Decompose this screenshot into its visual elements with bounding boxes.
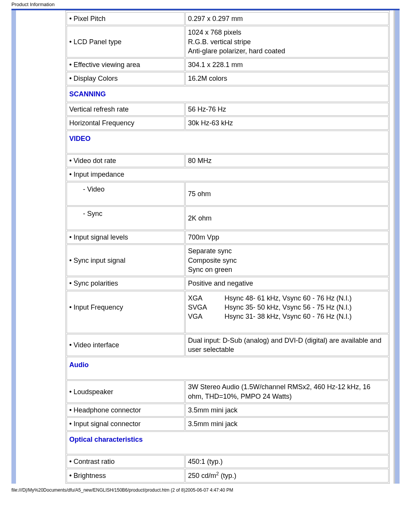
brightness-prefix: 250 cd/m: [188, 472, 216, 479]
spec-value-line: Anti-glare polarizer, hard coated: [188, 47, 285, 55]
spec-value: 700m Vpp: [185, 231, 389, 244]
spec-value: 80 MHz: [185, 154, 389, 167]
spec-label: • Contrast ratio: [67, 455, 185, 468]
spec-value: Separate sync Composite sync Sync on gre…: [185, 244, 389, 276]
spec-value: 304.1 x 228.1 mm: [185, 58, 389, 71]
table-row: • Input signal levels 700m Vpp: [67, 231, 389, 244]
freq-desc: Hsync 48- 61 kHz, Vsync 60 - 76 Hz (N.I.…: [225, 294, 352, 303]
table-row: Horizontal Frequency 30k Hz-63 kHz: [67, 117, 389, 129]
brightness-sup: 2: [216, 471, 219, 476]
brightness-suffix: (typ.): [219, 472, 236, 479]
spec-label: • Input Frequency: [67, 291, 185, 333]
table-row: • Video interface Dual input: D-Sub (ana…: [67, 334, 389, 356]
table-row: • Input impedance: [67, 168, 389, 181]
spec-label: • Loudspeaker: [67, 380, 185, 403]
spec-value: 75 ohm: [185, 182, 389, 206]
table-row: • Video dot rate 80 MHz: [67, 154, 389, 167]
table-row: • Contrast ratio 450:1 (typ.): [67, 455, 389, 468]
section-header-row: SCANNING: [67, 86, 389, 102]
freq-desc: Hsync 31- 38 kHz, Vsync 60 - 76 Hz (N.I.…: [225, 312, 352, 321]
table-row: • Sync polarities Positive and negative: [67, 277, 389, 290]
spec-label: - Sync: [67, 206, 185, 230]
spec-value-line: Separate sync: [188, 247, 232, 255]
spec-value: 16.2M colors: [185, 72, 389, 85]
spec-label: • Headphone connector: [67, 404, 185, 417]
spec-table: • Pixel Pitch 0.297 x 0.297 mm • LCD Pan…: [65, 10, 390, 484]
spec-label: • Video interface: [67, 334, 185, 356]
spec-value: 2K ohm: [185, 206, 389, 230]
spec-label: • Effective viewing area: [67, 58, 185, 71]
spec-value-line: 1024 x 768 pixels: [188, 29, 241, 36]
section-header-optical: Optical characteristics: [67, 431, 389, 454]
spec-value: Positive and negative: [185, 277, 389, 290]
page-title: Product Information: [0, 0, 411, 9]
spec-label: • Input signal levels: [67, 231, 185, 244]
section-header-video: VIDEO: [67, 131, 389, 153]
content-area: • Pixel Pitch 0.297 x 0.297 mm • LCD Pan…: [16, 10, 395, 484]
spec-label: • LCD Panel type: [67, 26, 185, 58]
table-row: • Pixel Pitch 0.297 x 0.297 mm: [67, 12, 389, 25]
table-row: - Video 75 ohm: [67, 182, 389, 206]
spec-label: • Input signal connector: [67, 417, 185, 430]
spec-value: 450:1 (typ.): [185, 455, 389, 468]
right-edge-decoration: [393, 10, 395, 484]
freq-row: SVGA Hsync 35- 50 kHz, Vsync 56 - 75 Hz …: [188, 303, 386, 312]
spec-value: 3.5mm mini jack: [185, 417, 389, 430]
spec-value: 0.297 x 0.297 mm: [185, 12, 389, 25]
section-header-row: Audio: [67, 357, 389, 380]
spec-value: 3W Stereo Audio (1.5W/channel RMSx2, 460…: [185, 380, 389, 403]
section-header-row: Optical characteristics: [67, 431, 389, 454]
spec-label: • Input impedance: [67, 168, 389, 181]
outer-frame: • Pixel Pitch 0.297 x 0.297 mm • LCD Pan…: [11, 9, 400, 484]
table-row: • LCD Panel type 1024 x 768 pixels R.G.B…: [67, 26, 389, 58]
table-row: • Input Frequency XGA Hsync 48- 61 kHz, …: [67, 291, 389, 333]
spec-label: • Sync polarities: [67, 277, 185, 290]
spec-value: XGA Hsync 48- 61 kHz, Vsync 60 - 76 Hz (…: [185, 291, 389, 333]
freq-row: VGA Hsync 31- 38 kHz, Vsync 60 - 76 Hz (…: [188, 312, 386, 321]
freq-mode: XGA: [188, 294, 225, 303]
spec-value: 30k Hz-63 kHz: [185, 117, 389, 129]
spec-label: - Video: [67, 182, 185, 206]
spec-label: • Sync input signal: [67, 244, 185, 276]
spec-value: 56 Hz-76 Hz: [185, 103, 389, 116]
freq-mode: SVGA: [188, 303, 225, 312]
section-header-audio: Audio: [67, 357, 389, 380]
table-row: • Brightness 250 cd/m2 (typ.): [67, 469, 389, 482]
freq-desc: Hsync 35- 50 kHz, Vsync 56 - 75 Hz (N.I.…: [225, 303, 352, 312]
spec-value: 250 cd/m2 (typ.): [185, 469, 389, 482]
spec-label: • Display Colors: [67, 72, 185, 85]
section-header-row: VIDEO: [67, 131, 389, 153]
freq-row: XGA Hsync 48- 61 kHz, Vsync 60 - 76 Hz (…: [188, 294, 386, 303]
table-row: • Input signal connector 3.5mm mini jack: [67, 417, 389, 430]
spec-value-line: Sync on green: [188, 266, 232, 273]
table-row: Vertical refresh rate 56 Hz-76 Hz: [67, 103, 389, 116]
spec-label: Vertical refresh rate: [67, 103, 185, 116]
table-row: - Sync 2K ohm: [67, 206, 389, 230]
spec-value-line: Composite sync: [188, 257, 237, 264]
spec-label: • Brightness: [67, 469, 185, 482]
spec-label: • Video dot rate: [67, 154, 185, 167]
table-row: • Effective viewing area 304.1 x 228.1 m…: [67, 58, 389, 71]
freq-mode: VGA: [188, 312, 225, 321]
table-row: • Headphone connector 3.5mm mini jack: [67, 404, 389, 417]
spec-value: 3.5mm mini jack: [185, 404, 389, 417]
table-row: • Display Colors 16.2M colors: [67, 72, 389, 85]
spec-label: • Pixel Pitch: [67, 12, 185, 25]
table-row: • Sync input signal Separate sync Compos…: [67, 244, 389, 276]
footer-path: file:///D|/My%20Documents/dfu/A5_new/ENG…: [0, 484, 411, 497]
section-header-scanning: SCANNING: [67, 86, 389, 102]
spec-value: 1024 x 768 pixels R.G.B. vertical stripe…: [185, 26, 389, 58]
table-row: • Loudspeaker 3W Stereo Audio (1.5W/chan…: [67, 380, 389, 403]
spec-value: Dual input: D-Sub (analog) and DVI-D (di…: [185, 334, 389, 356]
spec-value-line: R.G.B. vertical stripe: [188, 38, 251, 46]
spec-label: Horizontal Frequency: [67, 117, 185, 129]
